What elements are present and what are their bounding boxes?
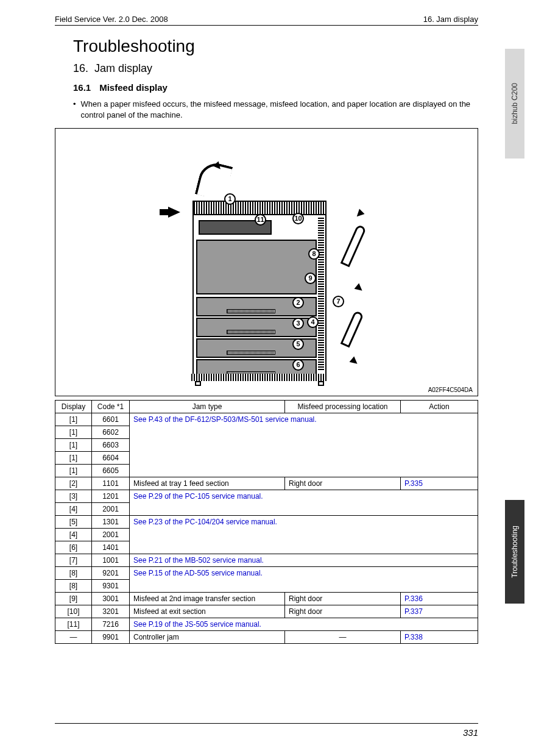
cell-display: [2] <box>55 477 92 490</box>
printer-body <box>192 201 327 375</box>
cell-code: 6601 <box>92 413 130 426</box>
cell-code: 2001 <box>92 529 130 541</box>
cell-display: [11] <box>55 618 92 631</box>
cell-span-note[interactable]: See P.15 of the AD-505 service manual. <box>130 567 478 593</box>
table-row: —9901Controller jam—P.338 <box>55 631 478 644</box>
cell-jamtype: Misfeed at tray 1 feed section <box>130 477 285 490</box>
cell-code: 9301 <box>92 580 130 593</box>
subsection-heading: 16.1 Misfeed display <box>73 82 478 93</box>
cell-display: [3] <box>55 490 92 503</box>
cell-code: 6604 <box>92 452 130 465</box>
cell-jamtype: Misfeed at 2nd image transfer section <box>130 593 285 605</box>
cell-span-note[interactable]: See P.19 of the JS-505 service manual. <box>130 618 478 631</box>
cell-display: [1] <box>55 465 92 477</box>
printer-side <box>318 218 324 370</box>
cell-action[interactable]: P.338 <box>401 631 478 644</box>
side-tab-model: bizhub C200 <box>505 49 524 159</box>
printer-illustration: 1 2 3 4 5 6 7 8 9 10 11 <box>192 181 327 382</box>
col-code: Code *1 <box>92 401 130 413</box>
page-footer: 331 <box>55 723 478 738</box>
cell-code: 1001 <box>92 554 130 567</box>
side-tab-model-label: bizhub C200 <box>510 83 519 124</box>
section-heading: 16. Jam display <box>73 62 478 75</box>
cell-code: 1401 <box>92 541 130 554</box>
cell-code: 6602 <box>92 426 130 439</box>
table-row: [2]1101Misfeed at tray 1 feed sectionRig… <box>55 477 478 490</box>
cell-action[interactable]: P.335 <box>401 477 478 490</box>
cell-display: [6] <box>55 541 92 554</box>
table-row: [7]1001See P.21 of the MB-502 service ma… <box>55 554 478 567</box>
intro-text: When a paper misfeed occurs, the misfeed… <box>81 99 478 121</box>
arrow-icon <box>355 209 365 219</box>
printer-foot <box>318 381 324 386</box>
cell-code: 7216 <box>92 618 130 631</box>
arrow-icon <box>168 207 180 218</box>
section-number: 16. <box>73 62 88 75</box>
page: Field Service Ver. 2.0 Dec. 2008 16. Jam… <box>0 0 533 756</box>
table-header-row: Display Code *1 Jam type Misfeed process… <box>55 401 478 413</box>
cell-display: [8] <box>55 580 92 593</box>
cell-location: — <box>285 631 401 644</box>
table-row: [1]6601See P.43 of the DF-612/SP-503/MS-… <box>55 413 478 426</box>
subsection-text: Misfeed display <box>99 82 168 93</box>
col-display: Display <box>55 401 92 413</box>
cell-code: 9901 <box>92 631 130 644</box>
cell-code: 3001 <box>92 593 130 605</box>
callout-7: 7 <box>333 296 344 307</box>
cell-span-note[interactable]: See P.43 of the DF-612/SP-503/MS-501 ser… <box>130 413 478 477</box>
cell-action[interactable]: P.336 <box>401 593 478 605</box>
printer-top <box>194 202 325 215</box>
cell-jamtype: Misfeed at exit section <box>130 605 285 618</box>
cell-code: 9201 <box>92 567 130 580</box>
table-row: [8]9201See P.15 of the AD-505 service ma… <box>55 567 478 580</box>
cell-span-note[interactable]: See P.23 of the PC-104/204 service manua… <box>130 516 478 554</box>
col-location: Misfeed processing location <box>285 401 401 413</box>
cell-location: Right door <box>285 477 401 490</box>
side-arm <box>341 310 364 348</box>
table-row: [11]7216See P.19 of the JS-505 service m… <box>55 618 478 631</box>
cell-display: [1] <box>55 452 92 465</box>
cell-code: 1101 <box>92 477 130 490</box>
cell-display: [4] <box>55 503 92 516</box>
cell-display: [5] <box>55 516 92 529</box>
col-jamtype: Jam type <box>130 401 285 413</box>
subsection-number: 16.1 <box>73 82 91 93</box>
cell-span-note[interactable]: See P.29 of the PC-105 service manual. <box>130 490 478 516</box>
cell-display: [1] <box>55 439 92 452</box>
cell-display: [8] <box>55 567 92 580</box>
jam-table: Display Code *1 Jam type Misfeed process… <box>55 400 478 644</box>
intro-bullet: • When a paper misfeed occurs, the misfe… <box>73 99 478 121</box>
side-tab-section: Troubleshooting <box>505 500 524 604</box>
cell-code: 3201 <box>92 605 130 618</box>
misfeed-diagram: 1 2 3 4 5 6 7 8 9 10 11 A02FF4C504DA <box>55 128 478 396</box>
cell-span-note[interactable]: See P.21 of the MB-502 service manual. <box>130 554 478 567</box>
side-arm <box>341 224 367 267</box>
cell-location: Right door <box>285 593 401 605</box>
cell-display: [4] <box>55 529 92 541</box>
page-header: Field Service Ver. 2.0 Dec. 2008 16. Jam… <box>55 15 478 26</box>
cell-display: [1] <box>55 413 92 426</box>
cell-display: [1] <box>55 426 92 439</box>
table-body: [1]6601See P.43 of the DF-612/SP-503/MS-… <box>55 413 478 644</box>
cell-action[interactable]: P.337 <box>401 605 478 618</box>
printer-main <box>196 240 317 294</box>
cell-jamtype: Controller jam <box>130 631 285 644</box>
page-number: 331 <box>463 727 478 738</box>
chapter-title: Troubleshooting <box>73 37 478 56</box>
header-right: 16. Jam display <box>423 15 478 24</box>
cell-code: 2001 <box>92 503 130 516</box>
table-row: [10]3201Misfeed at exit sectionRight doo… <box>55 605 478 618</box>
arrow-icon <box>355 284 365 294</box>
cell-display: [9] <box>55 593 92 605</box>
section-text: Jam display <box>94 62 152 75</box>
printer-base <box>191 374 328 381</box>
table-row: [9]3001Misfeed at 2nd image transfer sec… <box>55 593 478 605</box>
table-row: [5]1301See P.23 of the PC-104/204 servic… <box>55 516 478 529</box>
arrow-icon <box>350 357 360 367</box>
side-tab-section-label: Troubleshooting <box>510 526 519 578</box>
cell-display: [10] <box>55 605 92 618</box>
cell-display: [7] <box>55 554 92 567</box>
cell-display: — <box>55 631 92 644</box>
header-left: Field Service Ver. 2.0 Dec. 2008 <box>55 15 168 24</box>
cell-code: 6605 <box>92 465 130 477</box>
